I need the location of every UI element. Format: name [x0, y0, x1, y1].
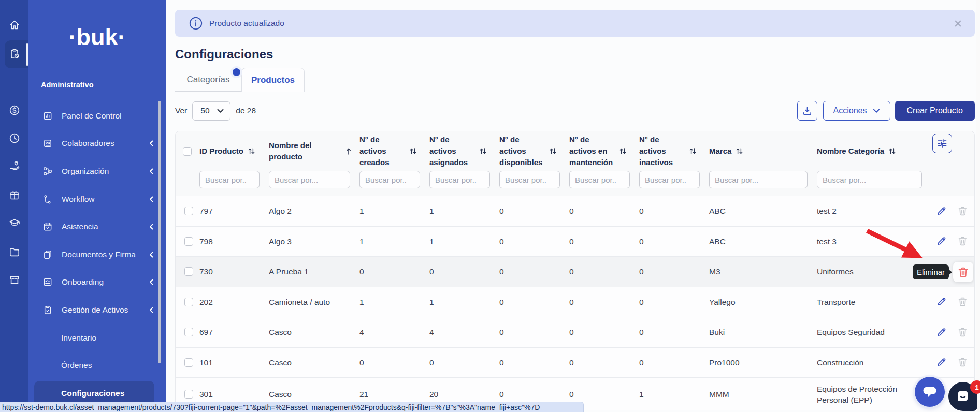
- select-all-checkbox[interactable]: [183, 147, 192, 156]
- row-checkbox[interactable]: [184, 298, 193, 306]
- filter-input-asignados[interactable]: [429, 171, 490, 188]
- sidebar-item-onboarding[interactable]: Onboarding: [28, 269, 166, 297]
- sidebar: ·buk· Administrativo Panel de Control Co…: [28, 0, 166, 412]
- cell-marca: Buki: [709, 327, 817, 337]
- home-icon[interactable]: [0, 18, 28, 32]
- delete-button[interactable]: [958, 328, 967, 337]
- sort-icon: [736, 148, 743, 155]
- sidebar-item-organizacion[interactable]: Organización: [28, 157, 166, 185]
- table-row[interactable]: 797 Algo 2 1 1 0 0 0 ABC test 2: [176, 196, 974, 227]
- column-header-disponibles[interactable]: N° de activos disponibles: [499, 131, 569, 171]
- messenger-chat-icon: [956, 390, 970, 403]
- table-row[interactable]: 798 Algo 3 1 1 0 0 0 ABC test 3: [176, 227, 974, 257]
- sidebar-item-panel-de-control[interactable]: Panel de Control: [28, 102, 166, 130]
- download-button[interactable]: [797, 101, 817, 121]
- filter-input-inactivos[interactable]: [639, 171, 700, 188]
- filter-input-nombre[interactable]: [269, 171, 350, 188]
- tab-productos[interactable]: Productos: [241, 68, 305, 92]
- asset-clipboard-clock-icon[interactable]: [0, 47, 28, 61]
- cell-marca: M3: [709, 266, 817, 277]
- table-row[interactable]: 101 Casco 0 0 0 0 0 Pro1000 Construcción: [176, 348, 974, 378]
- sort-icon: [480, 148, 486, 155]
- filter-input-creados[interactable]: [359, 171, 420, 188]
- column-label: N° de activos creados: [359, 134, 405, 168]
- tab-categorias[interactable]: Categorías: [175, 68, 241, 92]
- cell-creados: 4: [359, 327, 429, 337]
- cell-asignados: 4: [429, 327, 499, 337]
- sidebar-item-documentos-y-firma[interactable]: Documentos y Firma: [28, 241, 166, 269]
- crear-producto-button[interactable]: Crear Producto: [895, 101, 975, 121]
- close-icon[interactable]: [952, 18, 963, 29]
- column-settings-button[interactable]: [932, 134, 952, 153]
- page-size-select[interactable]: 50: [192, 101, 230, 121]
- edit-button[interactable]: [937, 358, 946, 367]
- column-header-id-producto[interactable]: ID Producto: [199, 131, 269, 171]
- cell-asignados: 20: [429, 389, 499, 400]
- table-row[interactable]: 202 Camioneta / auto 1 1 0 0 0 Yallego T…: [176, 287, 974, 318]
- delete-button[interactable]: [958, 207, 967, 216]
- cell-inactivos: 0: [639, 205, 709, 216]
- cell-creados: 1: [359, 236, 429, 247]
- cell-mantencion: 0: [569, 297, 639, 307]
- eliminar-tooltip: Eliminar: [913, 264, 949, 279]
- pencil-icon: [937, 207, 946, 216]
- column-header-mantencion[interactable]: N° de activos en mantención: [569, 131, 639, 171]
- edit-button[interactable]: [937, 297, 946, 306]
- sidebar-item-colaboradores[interactable]: Colaboradores: [28, 130, 166, 158]
- sidebar-item-label: Organización: [62, 167, 109, 176]
- row-checkbox[interactable]: [184, 390, 193, 399]
- time-icon[interactable]: [0, 131, 28, 145]
- sidebar-item-workflow[interactable]: Workflow: [28, 185, 166, 213]
- column-header-creados[interactable]: N° de activos creados: [359, 131, 429, 171]
- delete-button[interactable]: [958, 237, 967, 246]
- page-scrollbar[interactable]: [976, 0, 980, 412]
- delete-button[interactable]: [958, 297, 967, 306]
- row-checkbox[interactable]: [184, 267, 193, 276]
- delete-button-hovered[interactable]: [953, 262, 973, 282]
- chevron-left-icon: [148, 278, 154, 286]
- edit-button[interactable]: [937, 328, 946, 337]
- filter-input-disponibles[interactable]: [499, 171, 560, 188]
- sidebar-subitem-inventario[interactable]: Inventario: [28, 324, 166, 352]
- row-checkbox[interactable]: [184, 358, 193, 367]
- filter-input-categoria[interactable]: [817, 171, 922, 188]
- filter-input-mantencion[interactable]: [569, 171, 630, 188]
- chevron-down-icon: [873, 109, 880, 113]
- cell-id: 797: [199, 205, 269, 216]
- edit-button[interactable]: [937, 237, 946, 246]
- table-row[interactable]: 697 Casco 4 4 0 0 0 Buki Equipos Segurid…: [176, 317, 974, 348]
- cell-nombre: Algo 3: [269, 236, 359, 247]
- row-checkbox[interactable]: [184, 328, 193, 336]
- sidebar-subitem-ordenes[interactable]: Órdenes: [28, 351, 166, 379]
- column-header-nombre[interactable]: Nombre del producto: [269, 131, 359, 171]
- cell-categoria: test 2: [817, 205, 927, 216]
- cell-creados: 0: [359, 266, 429, 277]
- delete-button[interactable]: [958, 358, 967, 367]
- money-icon[interactable]: [0, 103, 28, 117]
- sidebar-scrollbar[interactable]: [158, 101, 161, 363]
- row-checkbox[interactable]: [184, 237, 193, 246]
- column-header-asignados[interactable]: N° de activos asignados: [429, 131, 499, 171]
- education-cap-icon[interactable]: [0, 216, 28, 230]
- column-header-categoria[interactable]: Nombre Categoría: [817, 131, 927, 171]
- marketplace-store-icon[interactable]: [0, 273, 28, 287]
- ver-label: Ver: [175, 106, 187, 115]
- documents-folder-icon[interactable]: [0, 245, 28, 259]
- sidebar-subitem-label: Órdenes: [61, 361, 92, 370]
- sidebar-item-gestion-de-activos[interactable]: Gestión de Activos: [28, 296, 166, 324]
- acciones-button[interactable]: Acciones: [823, 101, 890, 121]
- cell-creados: 1: [359, 297, 429, 307]
- wellness-hand-heart-icon[interactable]: [0, 159, 28, 173]
- pencil-icon: [937, 237, 946, 246]
- chat-widget-button[interactable]: [915, 377, 945, 407]
- benefits-gift-icon[interactable]: [0, 188, 28, 202]
- column-header-inactivos[interactable]: N° de activos inactivos: [639, 131, 709, 171]
- filter-input-marca[interactable]: [709, 171, 808, 188]
- column-header-marca[interactable]: Marca: [709, 131, 817, 171]
- cell-disponibles: 0: [499, 357, 569, 368]
- edit-button[interactable]: [937, 207, 946, 216]
- filter-input-id[interactable]: [199, 171, 260, 188]
- sidebar-item-asistencia[interactable]: Asistencia: [28, 213, 166, 241]
- row-checkbox[interactable]: [184, 207, 193, 215]
- table-row-hovered[interactable]: 730 A Prueba 1 0 0 0 0 0 M3 Uniformes El…: [176, 257, 974, 287]
